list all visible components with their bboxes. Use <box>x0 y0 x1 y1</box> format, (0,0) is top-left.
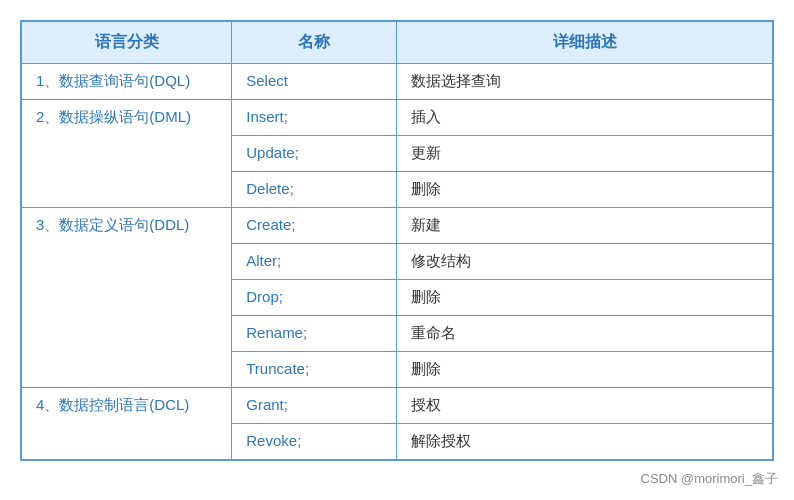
cell-name-0-0: Select <box>232 64 397 100</box>
cell-detail-3-0: 授权 <box>397 388 773 424</box>
cell-detail-1-0: 插入 <box>397 100 773 136</box>
table-row: 4、数据控制语言(DCL)Grant;授权 <box>22 388 773 424</box>
cell-name-2-4: Truncate; <box>232 352 397 388</box>
cell-detail-2-3: 重命名 <box>397 316 773 352</box>
cell-detail-3-1: 解除授权 <box>397 424 773 460</box>
main-table-wrapper: 语言分类 名称 详细描述 1、数据查询语句(DQL)Select数据选择查询2、… <box>20 20 774 461</box>
cell-name-2-1: Alter; <box>232 244 397 280</box>
cell-name-1-0: Insert; <box>232 100 397 136</box>
cell-detail-1-1: 更新 <box>397 136 773 172</box>
cell-name-2-2: Drop; <box>232 280 397 316</box>
table-row: 2、数据操纵语句(DML)Insert;插入 <box>22 100 773 136</box>
table-row: 1、数据查询语句(DQL)Select数据选择查询 <box>22 64 773 100</box>
cell-name-2-3: Rename; <box>232 316 397 352</box>
cell-detail-1-2: 删除 <box>397 172 773 208</box>
cell-detail-0-0: 数据选择查询 <box>397 64 773 100</box>
table-header-row: 语言分类 名称 详细描述 <box>22 22 773 64</box>
cell-name-3-0: Grant; <box>232 388 397 424</box>
cell-detail-2-1: 修改结构 <box>397 244 773 280</box>
cell-name-1-1: Update; <box>232 136 397 172</box>
cell-name-2-0: Create; <box>232 208 397 244</box>
header-category: 语言分类 <box>22 22 232 64</box>
sql-categories-table: 语言分类 名称 详细描述 1、数据查询语句(DQL)Select数据选择查询2、… <box>21 21 773 460</box>
table-row: 3、数据定义语句(DDL)Create;新建 <box>22 208 773 244</box>
watermark: CSDN @morimori_鑫子 <box>641 470 778 488</box>
cell-category-0: 1、数据查询语句(DQL) <box>22 64 232 100</box>
cell-name-1-2: Delete; <box>232 172 397 208</box>
cell-name-3-1: Revoke; <box>232 424 397 460</box>
cell-detail-2-2: 删除 <box>397 280 773 316</box>
cell-detail-2-4: 删除 <box>397 352 773 388</box>
cell-category-3: 4、数据控制语言(DCL) <box>22 388 232 460</box>
cell-category-1: 2、数据操纵语句(DML) <box>22 100 232 208</box>
header-detail: 详细描述 <box>397 22 773 64</box>
cell-detail-2-0: 新建 <box>397 208 773 244</box>
cell-category-2: 3、数据定义语句(DDL) <box>22 208 232 388</box>
header-name: 名称 <box>232 22 397 64</box>
